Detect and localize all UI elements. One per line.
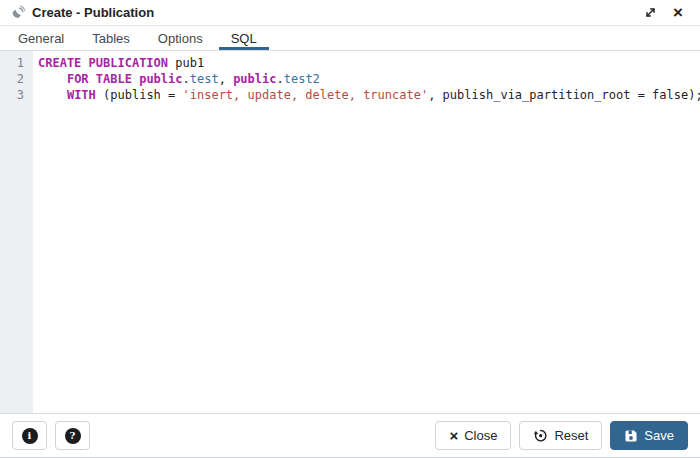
maximize-icon[interactable] <box>640 3 660 23</box>
tab-options[interactable]: Options <box>146 26 215 50</box>
dialog-help-button[interactable]: ? <box>55 421 90 450</box>
sql-editor[interactable]: 1CREATE PUBLICATION pub12 FOR TABLE publ… <box>0 51 700 413</box>
code-line: 1CREATE PUBLICATION pub1 <box>0 55 700 71</box>
close-x-icon: × <box>449 428 458 443</box>
code-line: 2 FOR TABLE public.test, public.test2 <box>0 71 700 87</box>
titlebar: Create - Publication × <box>0 0 700 26</box>
code-text: WITH (publish = 'insert, update, delete,… <box>33 87 700 103</box>
tab-sql[interactable]: SQL <box>219 26 269 50</box>
reset-button-label: Reset <box>554 428 588 443</box>
close-button-label: Close <box>464 428 497 443</box>
sql-help-button[interactable]: i <box>12 421 47 450</box>
tab-bar: General Tables Options SQL <box>0 26 700 51</box>
code-line: 3 WITH (publish = 'insert, update, delet… <box>0 87 700 103</box>
close-button[interactable]: × Close <box>435 421 511 450</box>
code-text: CREATE PUBLICATION pub1 <box>33 55 204 71</box>
question-icon: ? <box>65 428 81 444</box>
line-number: 2 <box>0 71 33 87</box>
info-icon: i <box>22 428 38 444</box>
line-number: 3 <box>0 87 33 103</box>
tab-general[interactable]: General <box>6 26 76 50</box>
save-button-label: Save <box>644 428 674 443</box>
save-button[interactable]: Save <box>610 421 688 450</box>
line-number: 1 <box>0 55 33 71</box>
save-icon <box>624 429 638 443</box>
tab-tables[interactable]: Tables <box>80 26 142 50</box>
footer: i ? × Close Reset <box>0 413 700 457</box>
create-publication-dialog: Create - Publication × General Tables Op… <box>0 0 700 458</box>
dialog-title: Create - Publication <box>32 5 154 20</box>
publication-icon <box>10 5 26 21</box>
line-number-gutter <box>0 51 33 413</box>
reset-button[interactable]: Reset <box>519 421 602 450</box>
code-text: FOR TABLE public.test, public.test2 <box>33 71 320 87</box>
sql-code: 1CREATE PUBLICATION pub12 FOR TABLE publ… <box>0 51 700 103</box>
close-icon[interactable]: × <box>668 3 688 23</box>
reset-icon <box>533 428 548 443</box>
